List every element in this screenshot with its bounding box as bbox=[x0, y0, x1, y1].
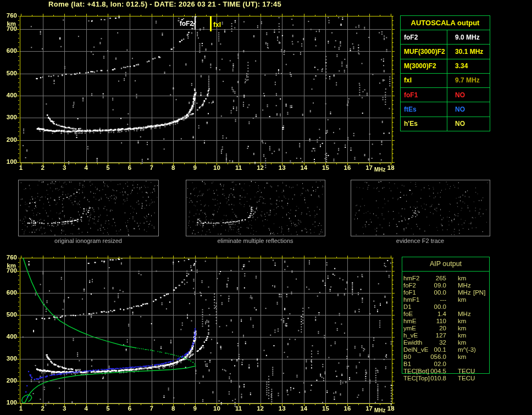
x-axis-unit: MHz bbox=[374, 407, 386, 413]
x-axis-tick: 15 bbox=[319, 164, 332, 171]
x-axis-tick: 3 bbox=[58, 405, 71, 412]
aip-param-value: 010.8 bbox=[422, 375, 446, 382]
autoscala-param-label: foF1 bbox=[401, 88, 447, 102]
aip-param-unit: km bbox=[458, 339, 466, 346]
autoscala-row-fxi: fxI9.7 MHz bbox=[401, 73, 490, 87]
y-axis-tick: 760 bbox=[0, 254, 17, 261]
x-axis-tick: 13 bbox=[275, 164, 289, 171]
aip-param-label: hmF2 bbox=[403, 275, 419, 282]
x-axis-tick: 10 bbox=[210, 164, 223, 171]
x-axis-tick: 2 bbox=[36, 405, 49, 412]
aip-param-label: B0 bbox=[403, 353, 411, 361]
autoscala-param-label: h'Es bbox=[401, 117, 447, 131]
aip-param-value: 1.4 bbox=[422, 311, 446, 318]
aip-param-value: 20 bbox=[422, 325, 446, 332]
autoscala-row-fof1: foF1NO bbox=[401, 87, 490, 102]
aip-param-label: Ewidth bbox=[403, 339, 423, 346]
autoscala-param-value: 9.0 MHz bbox=[447, 30, 490, 44]
aip-param-value: --- bbox=[422, 296, 446, 303]
x-axis-unit: MHz bbox=[374, 167, 386, 173]
x-axis-tick: 6 bbox=[123, 405, 136, 412]
x-axis-tick: 4 bbox=[80, 164, 93, 171]
x-axis-tick: 18 bbox=[384, 164, 397, 171]
autoscala-output-table: AUTOSCALA output foF29.0 MHzMUF(3000)F23… bbox=[400, 15, 490, 131]
aip-param-unit: km bbox=[458, 275, 466, 282]
aip-row-tecbot: TEC[Bot]004.5TECU bbox=[403, 368, 490, 375]
thumbnail-caption-eliminate: eliminate multiple reflections bbox=[186, 237, 325, 244]
x-axis-tick: 8 bbox=[167, 164, 180, 171]
y-axis-tick: 760 bbox=[0, 12, 17, 19]
x-axis-tick: 13 bbox=[275, 405, 289, 412]
autoscala-param-label: ftEs bbox=[401, 102, 447, 116]
x-axis-tick: 10 bbox=[210, 405, 223, 412]
aip-param-unit: MHz bbox=[458, 289, 471, 296]
x-axis-tick: 1 bbox=[14, 405, 27, 412]
x-axis-tick: 1 bbox=[14, 164, 27, 171]
aip-row-yme: ymE20km bbox=[403, 325, 490, 332]
aip-param-label: foE bbox=[403, 311, 413, 318]
thumbnail-caption-evidence: evidence F2 trace bbox=[351, 237, 490, 244]
autoscala-param-label: fxI bbox=[401, 74, 447, 87]
x-axis-tick: 18 bbox=[384, 405, 397, 412]
aip-row-tectop: TEC[Top]010.8TECU bbox=[403, 375, 490, 382]
autoscala-table-rows: foF29.0 MHzMUF(3000)F230.1 MHzM(3000)F23… bbox=[401, 30, 490, 131]
aip-param-value: 32 bbox=[422, 339, 446, 346]
y-axis-tick: 500 bbox=[0, 311, 17, 318]
x-axis-tick: 17 bbox=[363, 405, 376, 412]
aip-param-label: ymE bbox=[403, 325, 416, 332]
y-axis-tick: 500 bbox=[0, 70, 17, 77]
aip-param-unit: m^(-3) bbox=[458, 346, 476, 353]
aip-param-value: 004.5 bbox=[422, 368, 446, 375]
page-title: Rome (lat: +41.8, lon: 012.5) - DATE: 20… bbox=[48, 0, 281, 8]
y-axis-tick: 300 bbox=[0, 355, 17, 362]
x-axis-tick: 4 bbox=[80, 405, 93, 412]
x-axis-tick: 17 bbox=[363, 164, 376, 171]
autoscala-row-m3000f2: M(3000)F23.34 bbox=[401, 59, 490, 73]
autoscala-param-value: 3.34 bbox=[447, 59, 490, 73]
aip-row-delnve: DelN_vE00.1m^(-3) bbox=[403, 346, 490, 353]
autoscala-row-muf3000f2: MUF(3000)F230.1 MHz bbox=[401, 44, 490, 58]
y-axis-tick: 400 bbox=[0, 333, 17, 340]
aip-param-label: hmF1 bbox=[403, 296, 419, 303]
autoscala-row-fof2: foF29.0 MHz bbox=[401, 30, 490, 44]
x-axis-tick: 3 bbox=[58, 164, 71, 171]
aip-param-unit: km bbox=[458, 353, 466, 361]
autoscala-param-label: MUF(3000)F2 bbox=[401, 45, 447, 58]
aip-row-ewidth: Ewidth32km bbox=[403, 339, 490, 346]
aip-param-value: 265 bbox=[422, 275, 446, 282]
foF2-marker-label: foF2 bbox=[171, 20, 193, 27]
aip-param-note: [PN] bbox=[473, 289, 485, 296]
aip-row-foe: foE1.4MHz bbox=[403, 311, 490, 318]
aip-row-b0: B0056.0km bbox=[403, 353, 490, 361]
x-axis-tick: 11 bbox=[232, 405, 245, 412]
aip-table-title: AIP output bbox=[402, 260, 490, 268]
x-axis-tick: 6 bbox=[123, 164, 136, 171]
aip-param-value: 00.1 bbox=[422, 346, 446, 353]
x-axis-tick: 2 bbox=[36, 164, 49, 171]
y-axis-tick: 300 bbox=[0, 114, 17, 121]
thumbnail-caption-original: original ionogram resized bbox=[19, 237, 157, 244]
aip-param-label: foF2 bbox=[403, 282, 416, 289]
aip-param-unit: MHz bbox=[458, 311, 471, 318]
x-axis-tick: 7 bbox=[145, 164, 158, 171]
aip-param-value: 127 bbox=[422, 332, 446, 339]
aip-row-b1: B102.0 bbox=[403, 361, 490, 368]
aip-param-value: 00.0 bbox=[422, 289, 446, 296]
aip-param-label: D1 bbox=[403, 303, 412, 311]
aip-row-fof1: foF100.0MHz[PN] bbox=[403, 289, 490, 296]
aip-row-d1: D100.0 bbox=[403, 303, 490, 311]
x-axis-tick: 8 bbox=[167, 405, 180, 412]
autoscala-ionogram-screen: Rome (lat: +41.8, lon: 012.5) - DATE: 20… bbox=[0, 0, 532, 415]
autoscala-table-title: AUTOSCALA output bbox=[401, 16, 490, 30]
x-axis-tick: 5 bbox=[101, 164, 114, 171]
aip-param-unit: TECU bbox=[458, 375, 475, 382]
y-axis-tick: 600 bbox=[0, 47, 17, 54]
autoscala-param-value: NO bbox=[447, 88, 490, 102]
aip-table-separator bbox=[402, 271, 490, 272]
aip-param-value: 00.0 bbox=[422, 303, 446, 311]
aip-param-unit: MHz bbox=[458, 282, 471, 289]
aip-row-hmf2: hmF2265km bbox=[403, 275, 490, 282]
aip-param-label: foF1 bbox=[403, 289, 416, 296]
autoscala-param-label: M(3000)F2 bbox=[401, 59, 447, 73]
aip-row-hmf1: hmF1---km bbox=[403, 296, 490, 303]
